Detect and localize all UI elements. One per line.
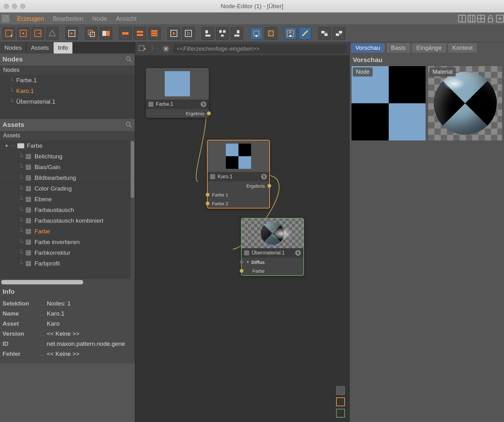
tool-preview-toggle[interactable] (284, 27, 297, 40)
nodes-list-header[interactable]: Nodes (0, 65, 135, 75)
svg-rect-44 (336, 33, 339, 36)
rtab-eingaenge[interactable]: Eingänge (412, 43, 446, 53)
asset-item[interactable]: └Bildbearbeitung (0, 173, 135, 183)
layout-1-icon[interactable] (458, 14, 466, 23)
preview-material[interactable]: Material (428, 66, 502, 140)
tool-cut[interactable] (100, 27, 112, 40)
tab-nodes[interactable]: Nodes (0, 42, 26, 54)
drop-target-icon[interactable] (138, 44, 146, 53)
asset-item[interactable]: └Farbprofil (0, 258, 135, 269)
assets-header-label: Assets (3, 121, 24, 128)
minimap-bg[interactable] (336, 386, 345, 395)
layout-3-icon[interactable] (477, 14, 485, 23)
add-panel-icon[interactable] (496, 14, 504, 23)
tool-import[interactable] (66, 27, 78, 40)
tool-align-2[interactable] (216, 27, 229, 40)
asset-folder-farbe[interactable]: ▼─Farbe (0, 140, 135, 151)
asset-item[interactable]: └Ebene (0, 194, 135, 205)
nodes-tree: └Farbe.1 └Karo.1 └Übermaterial.1 (0, 75, 135, 119)
grid-icon (26, 207, 31, 213)
solo-icon[interactable]: S (295, 250, 301, 256)
tool-hierarchy[interactable] (46, 27, 59, 40)
tool-node-out[interactable] (32, 27, 44, 40)
tool-edit-mode[interactable] (299, 27, 311, 40)
rtab-basis[interactable]: Basis (387, 43, 410, 53)
grip-icon[interactable] (2, 15, 9, 22)
preview-node[interactable]: Node (352, 66, 426, 140)
svg-point-15 (22, 32, 24, 34)
filter-input[interactable]: <<Filterzeichenfolge eingeben>> (174, 44, 347, 54)
menu-erzeugen[interactable]: Erzeugen (13, 15, 49, 22)
tool-node-in[interactable] (17, 27, 30, 40)
solo-icon[interactable]: S (201, 101, 206, 107)
graph-node-farbe[interactable]: Farbe.1S Ergebnis (146, 68, 209, 118)
asset-item[interactable]: └Farbkorrektur (0, 248, 135, 258)
asset-item[interactable]: └Farbaustausch (0, 205, 135, 215)
asset-item[interactable]: └Farbe (0, 226, 135, 237)
svg-rect-59 (139, 46, 144, 51)
node-item-ubermaterial[interactable]: └Übermaterial.1 (0, 96, 135, 107)
menu-ansicht[interactable]: Ansicht (112, 15, 141, 22)
tool-route-1[interactable] (318, 27, 331, 40)
tool-row-3[interactable] (148, 27, 161, 40)
layout-2-icon[interactable] (467, 14, 476, 23)
tool-align-1[interactable] (202, 27, 214, 40)
info-row: Fehler..<< Keine >> (3, 349, 132, 359)
output-port-ergebnis[interactable]: Ergebnis (146, 109, 209, 118)
svg-rect-52 (26, 197, 31, 202)
clear-filter-icon[interactable] (162, 44, 170, 53)
asset-item[interactable]: └Farbaustausch kombiniert (0, 215, 135, 226)
tool-play[interactable] (168, 27, 180, 40)
preview-header: Vorschau (350, 54, 504, 66)
rtab-kontext[interactable]: Kontext (448, 43, 477, 53)
asset-item[interactable]: └Farbe invertieren (0, 237, 135, 248)
minimap-output[interactable] (336, 409, 345, 418)
tool-row-1[interactable] (119, 27, 132, 40)
asset-item[interactable]: └Belichtung (0, 151, 135, 162)
tool-snap-2[interactable] (265, 27, 277, 40)
tab-info[interactable]: Info (54, 42, 73, 54)
node-title: Karo.1 (218, 174, 232, 180)
tool-align-3[interactable] (231, 27, 243, 40)
right-tabs: Vorschau Basis Eingänge Kontext (350, 42, 504, 54)
tool-row-2[interactable] (134, 27, 146, 40)
search-icon[interactable] (125, 56, 132, 63)
scrollbar-vertical[interactable] (130, 140, 135, 279)
tool-copy[interactable] (85, 27, 98, 40)
lock-icon[interactable] (486, 14, 495, 23)
asset-item[interactable]: └Bias/Gain (0, 162, 135, 173)
tool-play-outline[interactable] (182, 27, 195, 40)
svg-rect-20 (102, 31, 106, 36)
tool-snap-1[interactable] (250, 27, 263, 40)
info-row: Selektion..Nodes: 1 (3, 299, 132, 309)
input-port-farbe2[interactable]: Farbe 2 (208, 199, 269, 208)
menu-node[interactable]: Node (88, 15, 112, 22)
group-diffus[interactable]: ▼Diffus (242, 258, 303, 266)
tool-add-node[interactable]: + (3, 27, 15, 40)
graph-node-ubermaterial[interactable]: Übermaterial.1S ▼Diffus Farbe (241, 218, 304, 276)
output-port-ergebnis[interactable]: Ergebnis (208, 181, 269, 190)
assets-list-header[interactable]: Assets (0, 130, 135, 140)
menu-bearbeiten[interactable]: Bearbeiten (49, 15, 88, 22)
search-icon[interactable] (125, 121, 132, 128)
input-port-farbe1[interactable]: Farbe 1 (208, 190, 269, 199)
svg-rect-58 (26, 261, 31, 266)
node-graph-area[interactable]: 〉 <<Filterzeichenfolge eingeben>> Farbe.… (135, 42, 350, 422)
solo-icon[interactable]: S (261, 174, 267, 180)
nodes-header-label: Nodes (3, 55, 23, 63)
chevron-right-icon[interactable]: 〉 (150, 44, 158, 53)
tool-route-2[interactable] (333, 27, 345, 40)
minimap-selected[interactable] (336, 397, 345, 406)
node-item-farbe[interactable]: └Farbe.1 (0, 75, 135, 86)
scrollbar-horizontal[interactable] (0, 279, 135, 285)
info-row: Version..<< Keine >> (3, 329, 132, 339)
asset-item[interactable]: └Color Grading (0, 183, 135, 194)
input-port-farbe[interactable]: Farbe (242, 266, 303, 275)
info-row: Name..Karo.1 (3, 309, 132, 319)
rtab-vorschau[interactable]: Vorschau (351, 43, 385, 53)
node-canvas[interactable]: Farbe.1S Ergebnis Karo.1S Ergebnis Farbe… (135, 55, 349, 422)
window-titlebar: Node-Editor (1) - [Über] (0, 0, 504, 13)
graph-node-karo[interactable]: Karo.1S Ergebnis Farbe 1 Farbe 2 (207, 140, 270, 208)
node-item-karo[interactable]: └Karo.1 (0, 86, 135, 96)
tab-assets[interactable]: Assets (26, 42, 54, 54)
